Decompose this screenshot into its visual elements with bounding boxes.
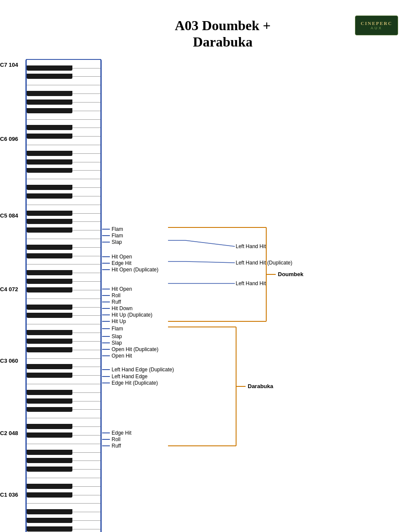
logo-top: CINEPERC: [361, 21, 392, 26]
note-hit-open-1: Hit Open: [102, 254, 132, 260]
octave-label-c6: C6 096: [0, 136, 18, 142]
svg-line-2: [185, 240, 235, 246]
svg-text:Doumbek: Doumbek: [278, 271, 304, 277]
logo-bottom: AUX: [371, 26, 383, 30]
svg-line-4: [185, 261, 235, 263]
note-hit-up-dup: Hit Up (Duplicate): [102, 312, 153, 318]
note-lh-edge-dup: Left Hand Edge (Duplicate): [102, 367, 174, 373]
note-open-hit-dup: Open Hit (Duplicate): [102, 346, 159, 352]
note-hit-open-2: Hit Open: [102, 286, 132, 292]
note-flam-2: Flam: [102, 233, 123, 239]
svg-text:Left Hand Hit: Left Hand Hit: [236, 243, 266, 249]
note-hit-up: Hit Up: [102, 318, 126, 324]
note-hit-open-dup: Hit Open (Duplicate): [102, 267, 159, 273]
note-slap-1: Slap: [102, 239, 122, 245]
note-edge-hit-dup-d: Edge Hit (Duplicate): [102, 380, 158, 386]
note-lh-edge: Left Hand Edge: [102, 373, 147, 380]
piano-visual: [26, 59, 101, 532]
svg-text:Darabuka: Darabuka: [248, 383, 274, 389]
svg-text:Left Hand Hit (Duplicate): Left Hand Hit (Duplicate): [236, 260, 292, 266]
page-title: A03 Doumbek + Darabuka: [34, 0, 411, 50]
note-roll-d: Roll: [102, 436, 121, 442]
main-content: C7 104 C6 096 C5 084 C4 072 C3 060 C2 04…: [0, 59, 411, 532]
note-edge-hit-d: Edge Hit: [102, 430, 131, 436]
octave-label-c1: C1 036: [0, 492, 18, 498]
svg-text:Left Hand Hit: Left Hand Hit: [236, 280, 266, 286]
note-hit-down: Hit Down: [102, 305, 133, 311]
octave-label-c5: C5 084: [0, 212, 18, 219]
note-ruff-d: Ruff: [102, 443, 121, 449]
note-ruff-1: Ruff: [102, 299, 121, 305]
octave-label-c4: C4 072: [0, 286, 18, 292]
octave-label-c7: C7 104: [0, 62, 18, 68]
note-open-hit: Open Hit: [102, 353, 132, 359]
octave-label-c2: C2 048: [0, 430, 18, 436]
note-edge-hit-1: Edge Hit: [102, 260, 131, 266]
note-slap-d2: Slap: [102, 340, 122, 346]
note-slap-d1: Slap: [102, 333, 122, 339]
note-flam-d1: Flam: [102, 326, 123, 332]
logo-badge: CINEPERC AUX: [355, 16, 398, 35]
note-roll-1: Roll: [102, 292, 121, 299]
note-flam-1: Flam: [102, 226, 123, 232]
octave-label-c3: C3 060: [0, 358, 18, 364]
